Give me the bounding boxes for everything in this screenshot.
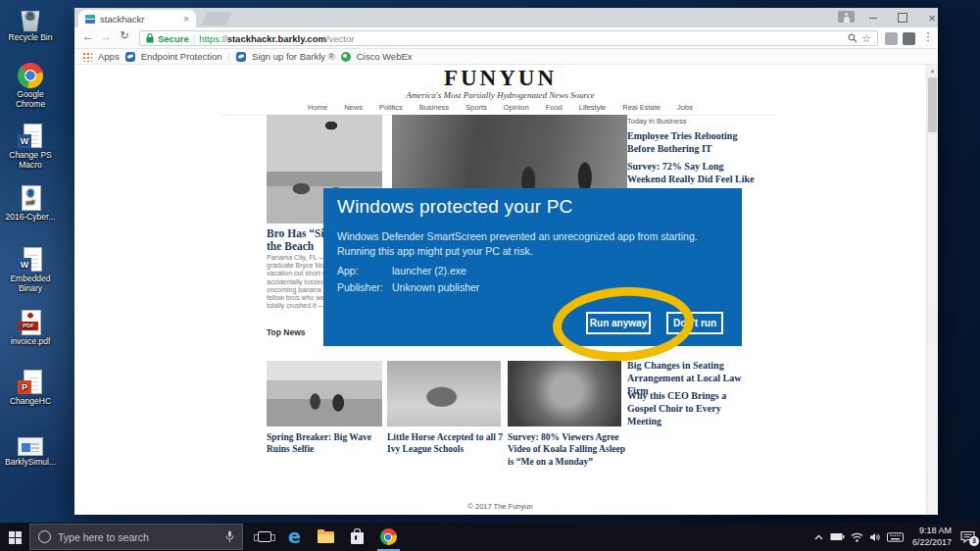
spring-breaker-photo[interactable] [267,361,382,426]
edge-icon[interactable] [288,527,301,546]
back-button[interactable] [80,29,96,46]
apps-grid-icon[interactable] [82,52,92,62]
browser-toolbar: Secure | https://stackhackr.barkly.com/v… [74,27,938,49]
file-explorer-icon[interactable] [318,531,334,543]
recycle-bin-icon [18,6,43,31]
keyboard-icon[interactable] [887,532,904,542]
search-placeholder: Type here to search [58,531,219,543]
desktop-icon-change-ps-macro[interactable]: Change PS Macro [2,124,59,171]
nav-news[interactable]: News [344,103,363,112]
nav-real-estate[interactable]: Real Estate [622,103,661,112]
desktop-icon-2016-cyber-pdf[interactable]: pdf 2016-Cyber... [2,185,59,223]
scrollbar-thumb[interactable] [928,77,937,132]
desktop-icon-changehc[interactable]: ChangeHC [2,370,59,407]
dialog-title: Windows protected your PC [337,196,573,218]
start-button[interactable] [0,523,29,551]
extension-icon-2[interactable] [903,32,915,45]
person-icon [844,17,850,23]
barkly-icon [236,52,246,62]
address-bar[interactable]: Secure | https://stackhackr.barkly.com/v… [139,30,878,46]
nav-sports[interactable]: Sports [466,103,487,112]
dialog-app-row: App:launcher (2).exe [337,265,466,276]
reload-button[interactable] [117,29,132,46]
wifi-icon[interactable] [851,532,863,542]
bookmark-cisco-webex[interactable]: Cisco WebEx [357,51,413,62]
desktop-icon-invoice-pdf[interactable]: invoice.pdf [2,310,59,347]
little-horse-photo[interactable] [387,361,501,426]
notification-badge: 3 [969,536,979,546]
cortana-icon [38,530,51,543]
desktop-icon-label: Embedded Binary [2,275,59,294]
koala-photo[interactable] [508,361,621,426]
scroll-up-icon[interactable] [927,65,938,76]
chrome-menu-icon[interactable] [921,30,935,43]
scrollbar[interactable] [926,65,938,515]
tab-title: stackhackr [100,14,178,25]
search-icon[interactable] [848,33,858,43]
nav-jobs[interactable]: Jobs [677,103,693,112]
top-news-label: Top News [267,327,306,337]
app-window-icon [18,437,43,456]
nav-home[interactable]: Home [308,103,327,112]
business-headline[interactable]: Employee Tries Rebooting Before Botherin… [627,129,755,155]
taskbar-search[interactable]: Type here to search [29,524,243,550]
desktop-icon-label: invoice.pdf [2,337,59,347]
nav-business[interactable]: Business [419,103,449,112]
window-close-button[interactable] [918,8,946,27]
desktop-icon-label: Google Chrome [2,90,59,110]
store-icon[interactable] [351,532,364,544]
word-document-icon [18,247,43,273]
new-tab-button[interactable] [201,12,232,25]
edge-pdf-icon: pdf [18,185,43,211]
page-content: FUNYUN America's Most Partially Hydrogen… [74,65,938,515]
site-masthead[interactable]: FUNYUN [74,66,926,91]
browser-window: stackhackr × Secure | https://stackhackr… [74,8,938,515]
profile-button[interactable] [838,11,855,23]
chevron-up-icon[interactable] [813,533,824,541]
window-maximize-button[interactable] [889,8,916,27]
chrome-taskbar-item[interactable] [380,523,397,551]
battery-icon[interactable] [830,532,845,541]
nav-opinion[interactable]: Opinion [504,103,529,112]
date: 6/22/2017 [912,537,952,548]
desktop-icon-embedded-binary[interactable]: Embedded Binary [2,247,59,294]
app-value: launcher (2).exe [392,265,466,276]
bookmark-star-icon[interactable] [861,32,871,45]
business-headline[interactable]: Why this CEO Brings a Gospel Choir to Ev… [627,389,755,427]
extension-icon-1[interactable] [885,32,898,45]
desktop-icon-google-chrome[interactable]: Google Chrome [2,63,59,110]
microphone-icon[interactable] [225,530,234,543]
url-text: https://stackhackr.barkly.com/vector [199,33,354,44]
powerpoint-icon [18,370,43,395]
dialog-publisher-row: Publisher:Unknown publisher [337,281,479,293]
pdf-icon [18,310,43,335]
speaker-icon[interactable] [869,532,881,542]
bookmark-endpoint-protection[interactable]: Endpoint Protection [141,51,222,62]
publisher-value: Unknown publisher [392,281,479,293]
story-caption[interactable]: Little Horse Accepted to all 7 Ivy Leagu… [387,431,505,456]
desktop-icon-label: Change PS Macro [2,151,59,171]
desktop-icon-label: Recycle Bin [2,33,59,43]
story-caption[interactable]: Survey: 80% Viewers Agree Video of Koala… [508,431,629,468]
taskbar-clock[interactable]: 9:18 AM 6/22/2017 [912,526,952,548]
webex-icon [341,52,351,62]
chrome-icon [380,528,397,545]
nav-food[interactable]: Food [546,103,563,112]
window-minimize-button[interactable] [859,8,887,27]
nav-politics[interactable]: Politics [379,103,403,112]
site-tagline: America's Most Partially Hydrogenated Ne… [74,90,926,100]
bookmark-barkly-signup[interactable]: Sign up for Barkly ® [252,51,335,62]
desktop-icon-recycle-bin[interactable]: Recycle Bin [2,6,59,43]
tab-strip: stackhackr × [74,8,938,27]
system-tray: 9:18 AM 6/22/2017 3 [813,526,980,548]
task-view-icon[interactable] [258,531,271,542]
forward-button[interactable] [98,29,114,46]
chrome-icon [18,63,43,88]
bookmark-apps[interactable]: Apps [98,51,120,62]
nav-lifestyle[interactable]: Lifestyle [579,103,607,112]
action-center-icon[interactable]: 3 [960,530,975,543]
story-caption[interactable]: Spring Breaker: Big Wave Ruins Selfie [267,431,386,456]
tab-close-icon[interactable]: × [183,14,189,25]
desktop-icon-barklysimul[interactable]: BarklySimul... [2,432,59,468]
browser-tab[interactable]: stackhackr × [78,10,196,27]
